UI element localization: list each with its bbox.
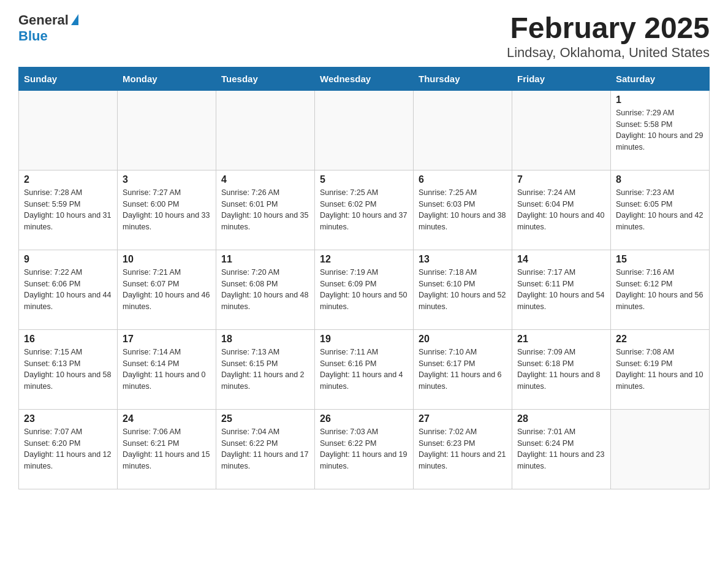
header-saturday: Saturday xyxy=(611,67,710,90)
header-wednesday: Wednesday xyxy=(315,67,414,90)
day-number: 3 xyxy=(123,174,211,185)
table-row xyxy=(611,409,710,489)
day-info: Sunrise: 7:24 AMSunset: 6:04 PMDaylight:… xyxy=(517,187,605,233)
day-number: 12 xyxy=(320,254,408,265)
day-number: 4 xyxy=(221,174,309,185)
day-info: Sunrise: 7:27 AMSunset: 6:00 PMDaylight:… xyxy=(123,187,211,233)
day-info: Sunrise: 7:23 AMSunset: 6:05 PMDaylight:… xyxy=(616,187,704,233)
day-info: Sunrise: 7:07 AMSunset: 6:20 PMDaylight:… xyxy=(24,426,112,472)
day-info: Sunrise: 7:21 AMSunset: 6:07 PMDaylight:… xyxy=(123,267,211,313)
day-info: Sunrise: 7:25 AMSunset: 6:03 PMDaylight:… xyxy=(419,187,507,233)
table-row: 16Sunrise: 7:15 AMSunset: 6:13 PMDayligh… xyxy=(19,329,118,409)
day-number: 2 xyxy=(24,174,112,185)
table-row: 17Sunrise: 7:14 AMSunset: 6:14 PMDayligh… xyxy=(118,329,216,409)
page-title: February 2025 xyxy=(507,12,710,45)
table-row: 2Sunrise: 7:28 AMSunset: 5:59 PMDaylight… xyxy=(19,170,118,250)
day-number: 22 xyxy=(616,334,704,345)
table-row: 5Sunrise: 7:25 AMSunset: 6:02 PMDaylight… xyxy=(315,170,414,250)
day-number: 14 xyxy=(517,254,605,265)
table-row xyxy=(118,90,216,170)
day-info: Sunrise: 7:09 AMSunset: 6:18 PMDaylight:… xyxy=(517,347,605,393)
day-number: 28 xyxy=(517,413,605,424)
day-number: 6 xyxy=(419,174,507,185)
table-row: 14Sunrise: 7:17 AMSunset: 6:11 PMDayligh… xyxy=(512,250,611,329)
day-number: 16 xyxy=(24,334,112,345)
day-number: 21 xyxy=(517,334,605,345)
day-info: Sunrise: 7:10 AMSunset: 6:17 PMDaylight:… xyxy=(419,347,507,393)
day-info: Sunrise: 7:14 AMSunset: 6:14 PMDaylight:… xyxy=(123,347,211,393)
day-number: 5 xyxy=(320,174,408,185)
calendar-week-row: 16Sunrise: 7:15 AMSunset: 6:13 PMDayligh… xyxy=(19,329,710,409)
day-info: Sunrise: 7:13 AMSunset: 6:15 PMDaylight:… xyxy=(221,347,309,393)
day-info: Sunrise: 7:16 AMSunset: 6:12 PMDaylight:… xyxy=(616,267,704,313)
table-row: 27Sunrise: 7:02 AMSunset: 6:23 PMDayligh… xyxy=(414,409,512,489)
calendar-week-row: 1Sunrise: 7:29 AMSunset: 5:58 PMDaylight… xyxy=(19,90,710,170)
table-row: 9Sunrise: 7:22 AMSunset: 6:06 PMDaylight… xyxy=(19,250,118,329)
day-number: 27 xyxy=(419,413,507,424)
logo: General Blue xyxy=(18,12,78,44)
table-row xyxy=(414,90,512,170)
table-row: 19Sunrise: 7:11 AMSunset: 6:16 PMDayligh… xyxy=(315,329,414,409)
table-row: 22Sunrise: 7:08 AMSunset: 6:19 PMDayligh… xyxy=(611,329,710,409)
day-info: Sunrise: 7:11 AMSunset: 6:16 PMDaylight:… xyxy=(320,347,408,393)
table-row: 4Sunrise: 7:26 AMSunset: 6:01 PMDaylight… xyxy=(216,170,315,250)
day-info: Sunrise: 7:03 AMSunset: 6:22 PMDaylight:… xyxy=(320,426,408,472)
day-info: Sunrise: 7:04 AMSunset: 6:22 PMDaylight:… xyxy=(221,426,309,472)
day-info: Sunrise: 7:17 AMSunset: 6:11 PMDaylight:… xyxy=(517,267,605,313)
table-row: 25Sunrise: 7:04 AMSunset: 6:22 PMDayligh… xyxy=(216,409,315,489)
calendar-table: Sunday Monday Tuesday Wednesday Thursday… xyxy=(18,67,710,489)
table-row: 18Sunrise: 7:13 AMSunset: 6:15 PMDayligh… xyxy=(216,329,315,409)
table-row: 24Sunrise: 7:06 AMSunset: 6:21 PMDayligh… xyxy=(118,409,216,489)
day-number: 18 xyxy=(221,334,309,345)
day-number: 9 xyxy=(24,254,112,265)
header-friday: Friday xyxy=(512,67,611,90)
day-number: 15 xyxy=(616,254,704,265)
table-row xyxy=(19,90,118,170)
table-row xyxy=(512,90,611,170)
day-info: Sunrise: 7:15 AMSunset: 6:13 PMDaylight:… xyxy=(24,347,112,393)
page-subtitle: Lindsay, Oklahoma, United States xyxy=(507,45,710,61)
day-number: 25 xyxy=(221,413,309,424)
header-monday: Monday xyxy=(118,67,216,90)
calendar-week-row: 2Sunrise: 7:28 AMSunset: 5:59 PMDaylight… xyxy=(19,170,710,250)
table-row xyxy=(216,90,315,170)
page-header: General Blue February 2025 Lindsay, Okla… xyxy=(18,12,710,61)
day-info: Sunrise: 7:02 AMSunset: 6:23 PMDaylight:… xyxy=(419,426,507,472)
day-number: 7 xyxy=(517,174,605,185)
day-info: Sunrise: 7:08 AMSunset: 6:19 PMDaylight:… xyxy=(616,347,704,393)
table-row: 1Sunrise: 7:29 AMSunset: 5:58 PMDaylight… xyxy=(611,90,710,170)
calendar-week-row: 9Sunrise: 7:22 AMSunset: 6:06 PMDaylight… xyxy=(19,250,710,329)
title-block: February 2025 Lindsay, Oklahoma, United … xyxy=(507,12,710,61)
table-row: 23Sunrise: 7:07 AMSunset: 6:20 PMDayligh… xyxy=(19,409,118,489)
table-row: 12Sunrise: 7:19 AMSunset: 6:09 PMDayligh… xyxy=(315,250,414,329)
calendar-week-row: 23Sunrise: 7:07 AMSunset: 6:20 PMDayligh… xyxy=(19,409,710,489)
day-info: Sunrise: 7:26 AMSunset: 6:01 PMDaylight:… xyxy=(221,187,309,233)
day-info: Sunrise: 7:29 AMSunset: 5:58 PMDaylight:… xyxy=(616,107,704,153)
day-info: Sunrise: 7:19 AMSunset: 6:09 PMDaylight:… xyxy=(320,267,408,313)
header-tuesday: Tuesday xyxy=(216,67,315,90)
table-row: 15Sunrise: 7:16 AMSunset: 6:12 PMDayligh… xyxy=(611,250,710,329)
table-row: 26Sunrise: 7:03 AMSunset: 6:22 PMDayligh… xyxy=(315,409,414,489)
logo-triangle-icon xyxy=(71,14,78,25)
table-row: 13Sunrise: 7:18 AMSunset: 6:10 PMDayligh… xyxy=(414,250,512,329)
day-info: Sunrise: 7:06 AMSunset: 6:21 PMDaylight:… xyxy=(123,426,211,472)
day-number: 23 xyxy=(24,413,112,424)
day-number: 13 xyxy=(419,254,507,265)
table-row: 11Sunrise: 7:20 AMSunset: 6:08 PMDayligh… xyxy=(216,250,315,329)
table-row: 7Sunrise: 7:24 AMSunset: 6:04 PMDaylight… xyxy=(512,170,611,250)
table-row: 3Sunrise: 7:27 AMSunset: 6:00 PMDaylight… xyxy=(118,170,216,250)
logo-general-text: General xyxy=(18,12,69,28)
day-number: 10 xyxy=(123,254,211,265)
day-info: Sunrise: 7:20 AMSunset: 6:08 PMDaylight:… xyxy=(221,267,309,313)
day-number: 26 xyxy=(320,413,408,424)
table-row xyxy=(315,90,414,170)
day-info: Sunrise: 7:01 AMSunset: 6:24 PMDaylight:… xyxy=(517,426,605,472)
table-row: 20Sunrise: 7:10 AMSunset: 6:17 PMDayligh… xyxy=(414,329,512,409)
table-row: 10Sunrise: 7:21 AMSunset: 6:07 PMDayligh… xyxy=(118,250,216,329)
day-number: 17 xyxy=(123,334,211,345)
header-thursday: Thursday xyxy=(414,67,512,90)
day-info: Sunrise: 7:22 AMSunset: 6:06 PMDaylight:… xyxy=(24,267,112,313)
table-row: 21Sunrise: 7:09 AMSunset: 6:18 PMDayligh… xyxy=(512,329,611,409)
day-number: 11 xyxy=(221,254,309,265)
day-number: 19 xyxy=(320,334,408,345)
